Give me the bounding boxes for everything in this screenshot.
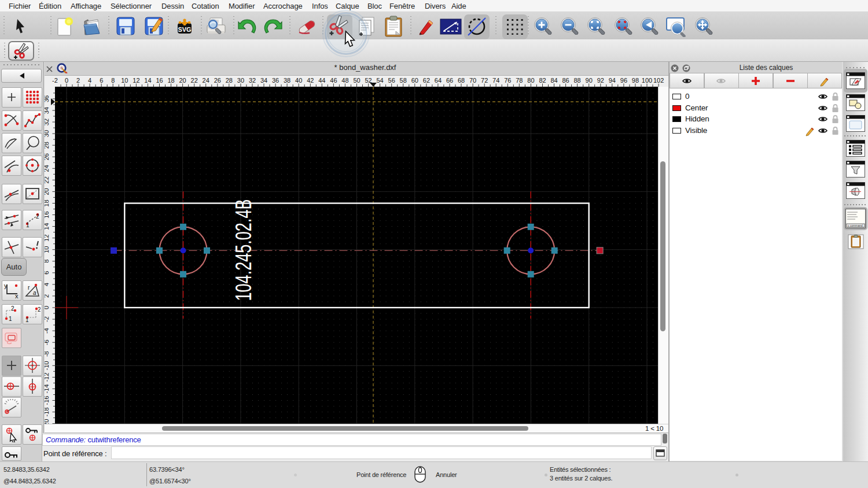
svg-text:18: 18 — [45, 199, 50, 206]
svg-text:y: y — [4, 282, 8, 289]
svg-text:32: 32 — [45, 119, 50, 125]
svg-text:-8: -8 — [45, 351, 50, 357]
svg-text:1: 1 — [25, 317, 29, 322]
svg-text:4: 4 — [88, 77, 91, 84]
svg-text:1: 1 — [9, 316, 12, 322]
svg-text:16: 16 — [156, 77, 163, 84]
svg-text:60: 60 — [411, 77, 418, 84]
svg-text:88: 88 — [573, 77, 580, 84]
svg-text:34: 34 — [45, 107, 50, 114]
svg-text:98: 98 — [632, 77, 639, 84]
svg-text:72: 72 — [481, 77, 488, 84]
svg-text:2: 2 — [45, 294, 50, 298]
svg-text:-20: -20 — [45, 419, 50, 424]
svg-text:36: 36 — [45, 95, 50, 102]
svg-text:104.245.02.4B: 104.245.02.4B — [231, 199, 256, 301]
svg-text:14: 14 — [144, 77, 151, 84]
svg-text:-6: -6 — [45, 339, 50, 345]
svg-text:102: 102 — [653, 77, 664, 84]
svg-text:-4: -4 — [45, 328, 50, 334]
svg-text:86: 86 — [562, 77, 569, 84]
svg-text:28: 28 — [226, 77, 233, 84]
svg-text:-14: -14 — [45, 384, 50, 393]
svg-text:12: 12 — [45, 234, 50, 241]
svg-text:-16: -16 — [45, 396, 50, 405]
svg-text:58: 58 — [400, 77, 407, 84]
svg-text:94: 94 — [609, 77, 616, 84]
svg-text:24: 24 — [45, 165, 50, 172]
svg-text:8: 8 — [111, 77, 115, 84]
svg-text:-18: -18 — [45, 408, 50, 417]
svg-text:24: 24 — [203, 77, 209, 84]
svg-text:14: 14 — [45, 223, 50, 230]
svg-text:8: 8 — [45, 260, 50, 263]
svg-text:20: 20 — [179, 77, 186, 84]
svg-text:38: 38 — [284, 77, 290, 84]
svg-text:0: 0 — [65, 77, 68, 84]
svg-text:x: x — [15, 293, 19, 298]
svg-text:66: 66 — [446, 77, 453, 84]
svg-text:30: 30 — [237, 77, 244, 84]
svg-text:84: 84 — [550, 77, 557, 84]
svg-text:a: a — [33, 290, 36, 296]
svg-text:26: 26 — [45, 153, 50, 160]
svg-text:0: 0 — [45, 306, 50, 309]
svg-text:82: 82 — [539, 77, 546, 84]
svg-text:48: 48 — [341, 77, 348, 84]
svg-text:r: r — [28, 284, 30, 291]
svg-text:10: 10 — [45, 246, 50, 253]
svg-text:44: 44 — [318, 77, 325, 84]
svg-text:96: 96 — [620, 77, 627, 84]
svg-text:12: 12 — [133, 77, 139, 84]
svg-text:92: 92 — [597, 77, 604, 84]
svg-text:76: 76 — [504, 77, 511, 84]
svg-text:1: 1 — [26, 222, 30, 228]
svg-text:30: 30 — [45, 130, 50, 137]
svg-text:32: 32 — [249, 77, 256, 84]
svg-text:2: 2 — [38, 306, 41, 313]
svg-text:68: 68 — [458, 77, 465, 84]
svg-text:50: 50 — [353, 77, 360, 84]
svg-text:18: 18 — [167, 77, 174, 84]
svg-text:46: 46 — [330, 77, 337, 84]
svg-text:42: 42 — [307, 77, 314, 84]
svg-text:36: 36 — [272, 77, 279, 84]
svg-text:4: 4 — [45, 283, 50, 286]
svg-text:90: 90 — [586, 77, 593, 84]
svg-text:22: 22 — [191, 77, 198, 84]
svg-text:SVG: SVG — [178, 26, 191, 33]
svg-text:62: 62 — [423, 77, 430, 84]
svg-text:70: 70 — [469, 77, 476, 84]
svg-text:54: 54 — [376, 77, 383, 84]
svg-text:22: 22 — [45, 176, 50, 183]
svg-text:2: 2 — [11, 306, 14, 312]
svg-text:-2: -2 — [45, 316, 50, 322]
svg-text:34: 34 — [260, 77, 267, 84]
svg-text:-10: -10 — [45, 361, 50, 370]
svg-text:10: 10 — [121, 77, 128, 84]
svg-text:78: 78 — [516, 77, 523, 84]
svg-text:6: 6 — [45, 271, 50, 275]
svg-text:52: 52 — [365, 77, 372, 84]
svg-text:c command: c command — [848, 224, 863, 227]
svg-text:40: 40 — [295, 77, 302, 84]
svg-text:20: 20 — [45, 188, 50, 195]
svg-text:28: 28 — [45, 142, 50, 149]
svg-text:16: 16 — [45, 211, 50, 218]
svg-text:74: 74 — [492, 77, 499, 84]
svg-text:2: 2 — [36, 213, 39, 220]
svg-text:2: 2 — [76, 77, 80, 84]
svg-text:64: 64 — [435, 77, 442, 84]
svg-text:6: 6 — [100, 77, 103, 84]
svg-text:-12: -12 — [45, 372, 50, 382]
svg-text:26: 26 — [214, 77, 221, 84]
svg-text:100: 100 — [642, 77, 652, 84]
svg-text:56: 56 — [388, 77, 395, 84]
svg-text:-2: -2 — [52, 77, 58, 84]
svg-text:80: 80 — [527, 77, 534, 84]
